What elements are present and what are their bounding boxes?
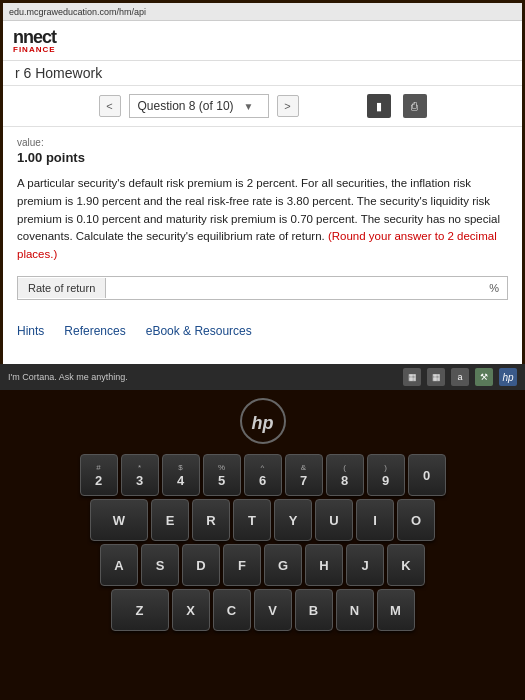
key-G[interactable]: G: [264, 544, 302, 586]
references-link[interactable]: References: [64, 324, 125, 338]
answer-row: Rate of return %: [17, 276, 508, 300]
key-K[interactable]: K: [387, 544, 425, 586]
key-Y[interactable]: Y: [274, 499, 312, 541]
nav-bar: < Question 8 (of 10) ▼ > ▮ ⎙: [3, 86, 522, 127]
main-content: value: 1.00 points A particular security…: [3, 127, 522, 390]
keyboard-row-qwerty: W E R T Y U I O: [4, 499, 521, 541]
key-9[interactable]: )9: [367, 454, 405, 496]
key-4[interactable]: $4: [162, 454, 200, 496]
dropdown-arrow-icon: ▼: [244, 101, 254, 112]
answer-label: Rate of return: [18, 278, 106, 298]
logo-finance: FINANCE: [13, 45, 56, 54]
bottom-links: Hints References eBook & Resources: [3, 324, 522, 348]
key-S[interactable]: S: [141, 544, 179, 586]
keyboard-row-numbers: #2 *3 $4 %5 ^6 &7 (8 )9 0: [4, 454, 521, 496]
key-D[interactable]: D: [182, 544, 220, 586]
homework-title: r 6 Homework: [3, 61, 522, 86]
keyboard-row-asdf: A S D F G H J K: [4, 544, 521, 586]
keyboard: hp #2 *3 $4 %5 ^6 &7 (8 )9 0 W: [0, 390, 525, 700]
taskbar-text: I'm Cortana. Ask me anything.: [8, 372, 128, 382]
key-A[interactable]: A: [100, 544, 138, 586]
next-button[interactable]: >: [277, 95, 299, 117]
print-icon[interactable]: ⎙: [403, 94, 427, 118]
logo-area: nnect FINANCE: [13, 27, 56, 54]
key-H[interactable]: H: [305, 544, 343, 586]
key-N[interactable]: N: [336, 589, 374, 631]
taskbar-icon-hp[interactable]: hp: [499, 368, 517, 386]
ebook-link[interactable]: eBook & Resources: [146, 324, 252, 338]
key-F[interactable]: F: [223, 544, 261, 586]
value-amount: 1.00 points: [17, 150, 508, 165]
taskbar-icon-settings[interactable]: ⚒: [475, 368, 493, 386]
url-bar: edu.mcgraweducation.com/hm/api: [3, 3, 522, 21]
url-text: edu.mcgraweducation.com/hm/api: [9, 7, 146, 17]
key-M[interactable]: M: [377, 589, 415, 631]
key-I[interactable]: I: [356, 499, 394, 541]
key-B[interactable]: B: [295, 589, 333, 631]
key-R[interactable]: R: [192, 499, 230, 541]
key-5[interactable]: %5: [203, 454, 241, 496]
key-3[interactable]: *3: [121, 454, 159, 496]
question-selector[interactable]: Question 8 (of 10) ▼: [129, 94, 269, 118]
key-6[interactable]: ^6: [244, 454, 282, 496]
key-W[interactable]: W: [90, 499, 148, 541]
screen: edu.mcgraweducation.com/hm/api nnect FIN…: [0, 0, 525, 390]
key-7[interactable]: &7: [285, 454, 323, 496]
keyboard-row-zxcv: Z X C V B N M: [4, 589, 521, 631]
key-0[interactable]: 0: [408, 454, 446, 496]
taskbar-icon-windows[interactable]: ▦: [427, 368, 445, 386]
question-text: A particular security's default risk pre…: [17, 175, 508, 264]
key-Z[interactable]: Z: [111, 589, 169, 631]
key-U[interactable]: U: [315, 499, 353, 541]
bookmark-icon[interactable]: ▮: [367, 94, 391, 118]
app-header: nnect FINANCE: [3, 21, 522, 61]
key-O[interactable]: O: [397, 499, 435, 541]
key-X[interactable]: X: [172, 589, 210, 631]
prev-button[interactable]: <: [99, 95, 121, 117]
taskbar: I'm Cortana. Ask me anything. ▦ ▦ a ⚒ hp: [0, 364, 525, 390]
hints-link[interactable]: Hints: [17, 324, 44, 338]
key-2[interactable]: #2: [80, 454, 118, 496]
key-8[interactable]: (8: [326, 454, 364, 496]
key-J[interactable]: J: [346, 544, 384, 586]
content-area: value: 1.00 points A particular security…: [3, 127, 522, 324]
key-V[interactable]: V: [254, 589, 292, 631]
rate-of-return-input[interactable]: [106, 277, 481, 299]
value-label: value:: [17, 137, 508, 148]
taskbar-icon-a[interactable]: a: [451, 368, 469, 386]
question-label: Question 8 (of 10): [138, 99, 234, 113]
taskbar-icon-search[interactable]: ▦: [403, 368, 421, 386]
key-T[interactable]: T: [233, 499, 271, 541]
percent-label: %: [481, 278, 507, 298]
key-E[interactable]: E: [151, 499, 189, 541]
key-C[interactable]: C: [213, 589, 251, 631]
